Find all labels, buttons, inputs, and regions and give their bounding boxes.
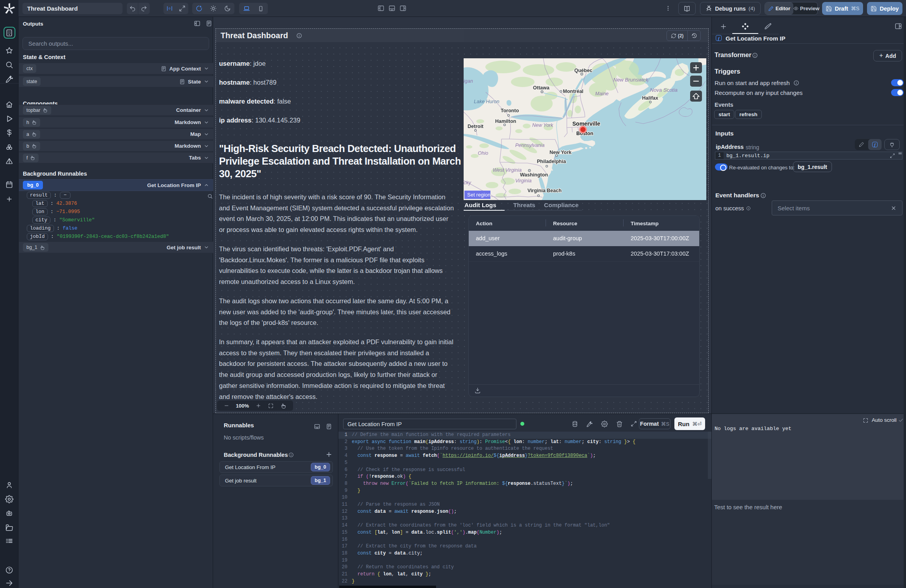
svg-text:New York: New York xyxy=(550,150,572,155)
svg-text:cky: cky xyxy=(464,180,472,185)
svg-text:New Brunswick: New Brunswick xyxy=(613,77,649,83)
svg-text:Lake Huron: Lake Huron xyxy=(474,99,499,104)
svg-text:Pennsylvania: Pennsylvania xyxy=(515,143,544,148)
svg-text:Hamilton: Hamilton xyxy=(495,119,516,124)
svg-text:0: 0 xyxy=(169,7,171,10)
svg-text:Philadelphia: Philadelphia xyxy=(537,159,566,164)
svg-text:Washington: Washington xyxy=(520,172,548,178)
svg-text:Halifax: Halifax xyxy=(642,95,658,101)
svg-text:Detroit: Detroit xyxy=(468,124,484,129)
svg-text:Montréal: Montréal xyxy=(563,89,583,94)
svg-text:Somerville: Somerville xyxy=(572,121,600,127)
svg-text:Virginia: Virginia xyxy=(515,178,532,184)
svg-text:Maine: Maine xyxy=(595,91,609,96)
svg-text:Set region: Set region xyxy=(467,192,490,198)
svg-text:Virginia Beach: Virginia Beach xyxy=(527,188,562,193)
svg-text:Ohio: Ohio xyxy=(478,150,488,156)
svg-text:igan: igan xyxy=(464,78,473,84)
svg-text:Québec: Québec xyxy=(574,68,592,73)
svg-text:West Virginia: West Virginia xyxy=(493,167,522,173)
svg-text:Ottawa: Ottawa xyxy=(533,85,550,91)
svg-text:Nova Scotia: Nova Scotia xyxy=(650,87,678,93)
svg-text:New York: New York xyxy=(532,122,553,128)
svg-text:Toronto: Toronto xyxy=(501,108,519,113)
